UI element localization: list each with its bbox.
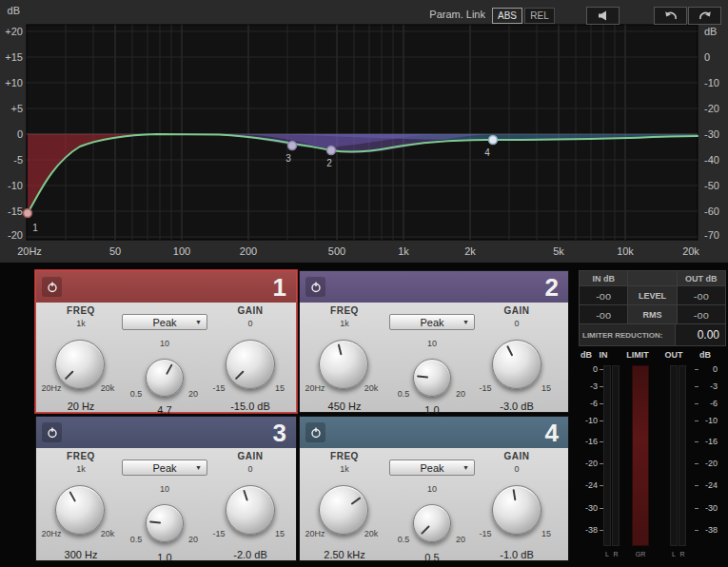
redo-button[interactable] (688, 7, 721, 25)
meter-header-spacer (628, 271, 676, 285)
freq-label: FREQ (52, 305, 109, 316)
gain-label: GAIN (488, 451, 545, 461)
filter-type-value: Peak (420, 317, 443, 328)
meter-scale-right: -24 (700, 480, 718, 490)
freq-center-tick: 1k (316, 319, 373, 328)
gain-min-tick: -15 (204, 529, 234, 538)
svg-text:-15: -15 (8, 205, 23, 217)
meter-scale-right: -16 (700, 437, 718, 446)
freq-min-tick: 20Hz (300, 529, 330, 538)
svg-text:1: 1 (32, 223, 38, 233)
filter-type-dropdown[interactable]: Peak ▼ (122, 314, 207, 330)
q-knob[interactable] (413, 504, 451, 542)
meter-scale-right: -3 (700, 381, 718, 391)
undo-icon (664, 10, 678, 22)
eq-band-panel-4: 4 FREQ 1k 20Hz 20k 2.50 kHz Peak ▼ 10 0.… (299, 416, 569, 561)
filter-type-dropdown[interactable]: Peak ▼ (389, 459, 475, 476)
chevron-down-icon: ▼ (195, 319, 202, 325)
svg-text:+10: +10 (5, 77, 23, 88)
gain-max-tick: 15 (531, 529, 561, 538)
freq-label: FREQ (52, 451, 109, 461)
svg-text:200: 200 (240, 245, 257, 257)
gain-center-tick: 0 (222, 319, 279, 328)
eq-marker-1[interactable] (24, 209, 32, 218)
freq-max-tick: 20k (93, 383, 122, 393)
gain-knob[interactable] (492, 340, 541, 389)
band3-power-button[interactable] (42, 422, 62, 442)
freq-min-tick: 20Hz (300, 383, 330, 393)
in-db-header: IN dB (580, 271, 627, 285)
meter-scale-left: 0 (580, 364, 598, 374)
freq-value: 2.50 kHz (306, 549, 383, 560)
q-center-tick: 10 (136, 339, 193, 348)
gain-center-tick: 0 (488, 464, 545, 474)
gain-value: -3.0 dB (479, 401, 555, 412)
q-knob[interactable] (146, 359, 184, 397)
band2-power-button[interactable] (305, 277, 325, 297)
freq-value: 450 Hz (306, 401, 383, 412)
svg-text:-20: -20 (8, 229, 23, 241)
freq-max-tick: 20k (357, 529, 385, 538)
svg-text:20k: 20k (682, 245, 699, 257)
power-icon (47, 282, 58, 293)
filter-type-dropdown[interactable]: Peak ▼ (122, 459, 207, 476)
gain-max-tick: 15 (265, 383, 295, 393)
chevron-down-icon: ▼ (195, 464, 202, 471)
power-icon (310, 282, 322, 293)
undo-button[interactable] (654, 7, 687, 25)
eq-marker-3[interactable] (288, 142, 297, 150)
band1-power-button[interactable] (42, 277, 62, 297)
power-icon (310, 427, 322, 439)
eq-marker-2[interactable] (327, 147, 336, 155)
svg-text:2: 2 (326, 158, 332, 168)
q-value: 4.7 (127, 404, 203, 416)
gain-label: GAIN (222, 305, 279, 316)
band-number: 1 (273, 275, 286, 300)
filter-type-value: Peak (152, 462, 176, 474)
q-max-tick: 20 (181, 535, 206, 544)
gain-center-tick: 0 (222, 464, 279, 474)
svg-text:+5: +5 (10, 103, 23, 114)
q-knob[interactable] (146, 504, 184, 542)
freq-min-tick: 20Hz (36, 383, 67, 393)
db-scale-right: dB 0 -10 -20 -30 -40 -50 -60 -70 (704, 26, 719, 241)
gain-knob[interactable] (492, 485, 541, 535)
meter-scale-right: -20 (700, 459, 718, 468)
band-number: 4 (545, 420, 559, 445)
q-knob[interactable] (413, 359, 451, 397)
eq-marker-4[interactable] (489, 136, 498, 145)
q-center-tick: 10 (403, 339, 461, 348)
svg-text:5k: 5k (553, 245, 564, 257)
monitor-button[interactable] (586, 7, 620, 25)
q-min-tick: 0.5 (124, 535, 148, 544)
band4-header: 4 (300, 417, 568, 448)
freq-knob[interactable] (55, 485, 105, 535)
freq-max-tick: 20k (93, 529, 122, 538)
gain-knob[interactable] (226, 485, 275, 535)
svg-text:-30: -30 (704, 128, 719, 140)
speaker-icon (598, 10, 609, 21)
chevron-down-icon: ▼ (462, 464, 469, 471)
svg-text:0: 0 (704, 51, 710, 63)
q-min-tick: 0.5 (391, 389, 416, 399)
svg-text:3: 3 (285, 153, 291, 164)
svg-text:+20: +20 (5, 26, 23, 37)
gain-label: GAIN (222, 451, 279, 461)
freq-knob[interactable] (319, 340, 368, 389)
meter-col-db-left: dB (579, 350, 594, 360)
limiter-reduction-value: 0.00 (676, 324, 725, 345)
gain-knob[interactable] (226, 340, 275, 389)
gain-center-tick: 0 (488, 319, 545, 328)
freq-knob[interactable] (319, 485, 368, 535)
in-meter-right-bar (612, 365, 620, 546)
gain-min-tick: -15 (204, 383, 234, 393)
knob-pointer (146, 504, 184, 542)
band4-power-button[interactable] (305, 422, 325, 442)
rel-button[interactable]: REL (524, 8, 555, 24)
freq-knob[interactable] (55, 340, 105, 389)
gain-value: -1.0 dB (479, 549, 555, 560)
abs-button[interactable]: ABS (492, 8, 522, 24)
svg-text:4: 4 (484, 147, 490, 158)
filter-type-dropdown[interactable]: Peak ▼ (389, 314, 475, 330)
meter-info-box: IN dB OUT dB -oo LEVEL -oo -oo RMS -oo L… (579, 270, 726, 346)
